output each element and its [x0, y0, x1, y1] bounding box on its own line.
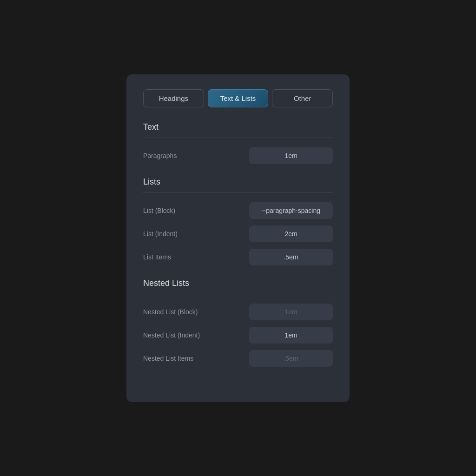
list-items-row: List Items [143, 249, 333, 265]
nested-list-items-input[interactable] [249, 350, 333, 367]
nested-list-indent-input[interactable] [249, 327, 333, 344]
settings-panel: Headings Text & Lists Other Text Paragra… [126, 74, 350, 402]
nested-list-block-label: Nested List (Block) [143, 308, 198, 316]
nested-lists-section-title: Nested Lists [143, 278, 333, 288]
list-block-input[interactable] [249, 202, 333, 219]
list-indent-input[interactable] [249, 225, 333, 242]
nested-lists-divider [143, 294, 333, 294]
text-divider [143, 138, 333, 138]
paragraphs-input[interactable] [249, 147, 333, 164]
nested-list-items-label: Nested List Items [143, 355, 193, 362]
tab-bar: Headings Text & Lists Other [143, 89, 333, 107]
nested-lists-section: Nested Lists Nested List (Block) Nested … [143, 278, 333, 367]
tab-text-lists[interactable]: Text & Lists [208, 89, 269, 107]
tab-other[interactable]: Other [272, 89, 333, 107]
nested-list-block-row: Nested List (Block) [143, 304, 333, 320]
nested-list-block-input[interactable] [249, 304, 333, 320]
list-block-label: List (Block) [143, 207, 175, 214]
nested-list-indent-label: Nested List (Indent) [143, 331, 200, 339]
list-block-row: List (Block) [143, 202, 333, 219]
list-indent-row: List (Indent) [143, 225, 333, 242]
text-section-title: Text [143, 122, 333, 132]
list-indent-label: List (Indent) [143, 230, 178, 238]
tab-headings[interactable]: Headings [143, 89, 204, 107]
nested-list-indent-row: Nested List (Indent) [143, 327, 333, 344]
lists-section: Lists List (Block) List (Indent) List It… [143, 177, 333, 265]
lists-section-title: Lists [143, 177, 333, 187]
paragraphs-label: Paragraphs [143, 152, 177, 159]
paragraphs-row: Paragraphs [143, 147, 333, 164]
list-items-input[interactable] [249, 249, 333, 265]
list-items-label: List Items [143, 253, 171, 261]
nested-list-items-row: Nested List Items [143, 350, 333, 367]
text-section: Text Paragraphs [143, 122, 333, 164]
lists-divider [143, 192, 333, 193]
